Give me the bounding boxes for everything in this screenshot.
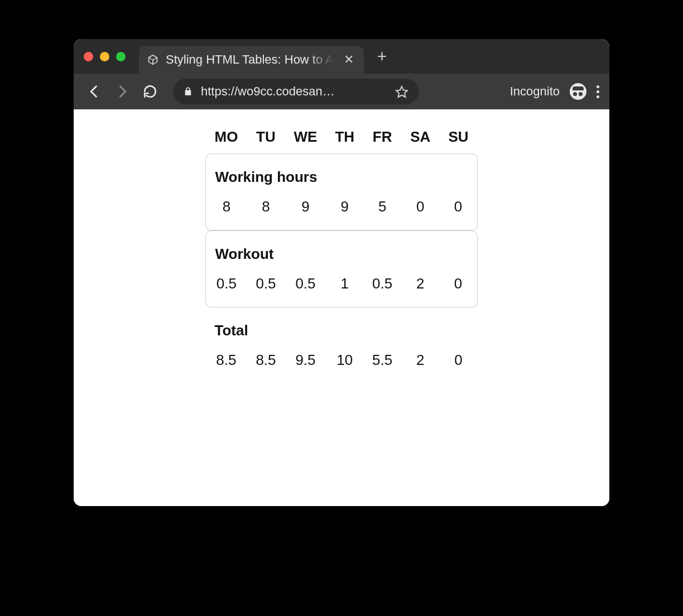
cell: 5: [363, 192, 401, 230]
cell: 8: [247, 192, 285, 230]
incognito-label: Incognito: [510, 84, 560, 99]
table-row: 8.5 8.5 9.5 10 5.5 2 0: [205, 346, 477, 383]
back-button[interactable]: [84, 84, 105, 99]
cell: 0: [439, 270, 477, 307]
cell: 0.5: [247, 270, 285, 307]
cell: 9: [326, 192, 363, 230]
cell: 1: [326, 270, 363, 307]
cell: 9.5: [285, 346, 326, 383]
cell: 0.5: [285, 270, 326, 307]
cell: 0: [439, 346, 477, 383]
cell: 2: [401, 346, 439, 383]
col-header: SA: [401, 123, 439, 153]
zoom-window-button[interactable]: [116, 52, 126, 61]
section-total: Total 8.5 8.5 9.5 10 5.5 2 0: [205, 307, 477, 383]
address-bar[interactable]: https://wo9cc.codesan…: [173, 79, 419, 104]
section-workout: Workout 0.5 0.5 0.5 1 0.5 2 0: [205, 230, 477, 307]
window-titlebar: Styling HTML Tables: How to A ✕ +: [74, 39, 609, 74]
cell: 0: [439, 192, 477, 230]
browser-menu-button[interactable]: [597, 85, 599, 98]
cube-icon: [147, 54, 159, 66]
col-header: TH: [326, 123, 363, 153]
page-viewport: MO TU WE TH FR SA SU Working hours 8 8 9…: [74, 109, 609, 506]
incognito-icon: [570, 83, 586, 100]
col-header: FR: [363, 123, 401, 153]
url-text: https://wo9cc.codesan…: [201, 84, 335, 99]
tab-title: Styling HTML Tables: How to A: [166, 52, 334, 67]
cell: 5.5: [363, 346, 401, 383]
cell: 8.5: [205, 346, 247, 383]
browser-tab[interactable]: Styling HTML Tables: How to A ✕: [139, 46, 364, 74]
section-label: Workout: [205, 230, 477, 270]
cell: 2: [401, 270, 439, 307]
lock-icon: [183, 86, 193, 97]
cell: 0.5: [363, 270, 401, 307]
col-header: SU: [439, 123, 477, 153]
table-header-row: MO TU WE TH FR SA SU: [205, 123, 477, 153]
hours-table: MO TU WE TH FR SA SU Working hours 8 8 9…: [205, 123, 477, 383]
svg-marker-0: [396, 86, 407, 97]
minimize-window-button[interactable]: [100, 52, 109, 61]
col-header: TU: [247, 123, 285, 153]
section-label: Total: [205, 307, 477, 346]
browser-toolbar: https://wo9cc.codesan… Incognito: [74, 74, 609, 109]
cell: 10: [326, 346, 363, 383]
cell: 0.5: [205, 270, 247, 307]
section-label: Working hours: [205, 153, 477, 192]
close-tab-icon[interactable]: ✕: [344, 54, 354, 66]
reload-button[interactable]: [140, 84, 161, 99]
cell: 8: [205, 192, 247, 230]
cell: 9: [285, 192, 326, 230]
cell: 0: [401, 192, 439, 230]
cell: 8.5: [247, 346, 285, 383]
section-working-hours: Working hours 8 8 9 9 5 0 0: [205, 153, 477, 230]
table-row: 8 8 9 9 5 0 0: [205, 192, 477, 230]
col-header: WE: [285, 123, 326, 153]
col-header: MO: [205, 123, 247, 153]
forward-button[interactable]: [112, 84, 133, 99]
close-window-button[interactable]: [84, 52, 93, 61]
browser-window: Styling HTML Tables: How to A ✕ + https:…: [74, 39, 609, 506]
bookmark-star-icon[interactable]: [395, 85, 408, 98]
window-controls: [84, 52, 126, 61]
table-row: 0.5 0.5 0.5 1 0.5 2 0: [205, 270, 477, 307]
new-tab-button[interactable]: +: [377, 48, 387, 65]
